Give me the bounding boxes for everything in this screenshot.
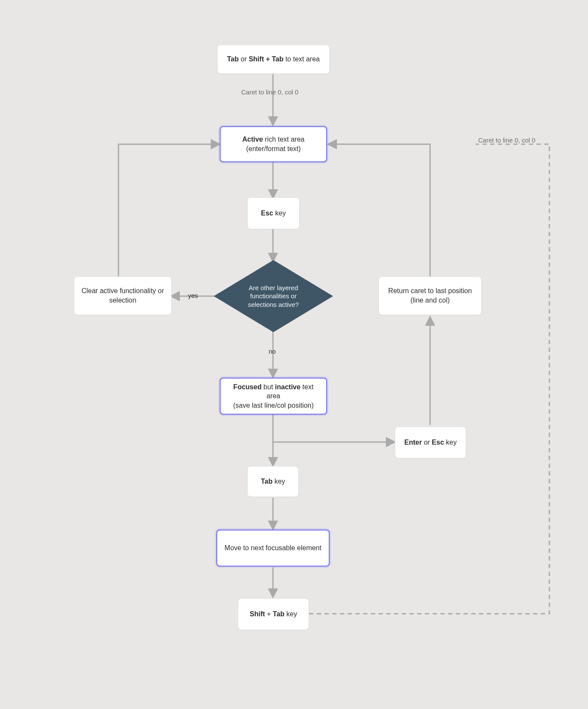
text: Clear active functionality or selection bbox=[81, 286, 164, 305]
text: Move to next focusable element bbox=[224, 543, 321, 553]
text: Active bbox=[242, 136, 263, 143]
text: but bbox=[261, 383, 275, 391]
text: selections active? bbox=[248, 301, 299, 308]
edge-label-caret-2: Caret to line 0, col 0 bbox=[478, 136, 535, 144]
text: (line and col) bbox=[410, 297, 450, 304]
text: Esc bbox=[432, 439, 444, 446]
node-clear: Clear active functionality or selection bbox=[74, 276, 172, 315]
node-shift-tab: Shift + Tab key bbox=[238, 598, 309, 630]
text: key bbox=[273, 209, 286, 217]
text: Tab bbox=[227, 55, 239, 63]
text: to text area bbox=[283, 55, 320, 63]
text: + bbox=[265, 610, 273, 618]
edge-label-yes: yes bbox=[188, 292, 198, 299]
node-decision: Are other layered functionalities or sel… bbox=[227, 277, 320, 315]
text: key bbox=[285, 610, 297, 618]
text: Are other layered bbox=[249, 284, 298, 291]
text: Focused bbox=[233, 383, 262, 391]
text: key bbox=[444, 439, 457, 446]
text: or bbox=[239, 55, 249, 63]
node-move-next: Move to next focusable element bbox=[216, 530, 330, 567]
text: or bbox=[422, 439, 432, 446]
node-tab: Tab key bbox=[247, 466, 299, 497]
text: Shift bbox=[250, 610, 265, 618]
node-enter-esc: Enter or Esc key bbox=[395, 427, 466, 458]
node-esc: Esc key bbox=[247, 197, 300, 229]
text: Esc bbox=[261, 209, 273, 217]
edge-label-caret: Caret to line 0, col 0 bbox=[241, 88, 298, 96]
text: (enter/format text) bbox=[246, 145, 300, 152]
node-return: Return caret to last position (line and … bbox=[379, 276, 482, 315]
text: Shift + Tab bbox=[249, 55, 283, 63]
text: (save last line/col position) bbox=[233, 402, 314, 409]
flowchart: Tab or Shift + Tab to text area Caret to… bbox=[0, 0, 588, 709]
edge-label-no: no bbox=[269, 348, 276, 355]
text: Tab bbox=[273, 610, 285, 618]
text: inactive bbox=[275, 383, 301, 391]
node-active: Active rich text area (enter/format text… bbox=[220, 126, 327, 162]
text: key bbox=[273, 478, 285, 485]
text: Return caret to last position bbox=[388, 287, 472, 294]
text: Enter bbox=[404, 439, 422, 446]
text: Tab bbox=[261, 478, 273, 485]
node-start: Tab or Shift + Tab to text area bbox=[217, 45, 330, 74]
node-focused: Focused but inactive text area (save las… bbox=[220, 378, 327, 415]
text: functionalities or bbox=[250, 292, 297, 300]
text: rich text area bbox=[263, 136, 305, 143]
